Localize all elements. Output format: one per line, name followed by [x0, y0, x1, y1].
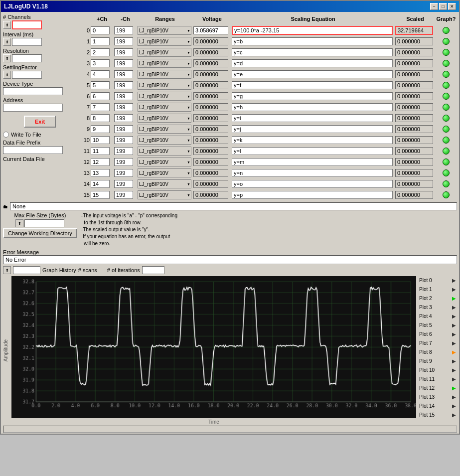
- ch-range-select[interactable]: LJ_rgBIP10V: [138, 158, 191, 166]
- ch-scaling-input[interactable]: [232, 191, 393, 199]
- ch-minus-input[interactable]: [114, 103, 133, 111]
- ch-scaling-input[interactable]: [232, 169, 393, 177]
- minimize-button[interactable]: −: [430, 3, 438, 10]
- graph-led[interactable]: [443, 137, 450, 144]
- ch-minus-input[interactable]: [114, 169, 133, 177]
- ch-plus-input[interactable]: [91, 169, 110, 177]
- resolution-spin[interactable]: ⬆: [3, 54, 11, 62]
- ch-range-select[interactable]: LJ_rgBIP10V: [138, 179, 191, 188]
- ch-minus-input[interactable]: [114, 37, 133, 45]
- ch-range-select[interactable]: LJ_rgBIP10V: [138, 103, 191, 112]
- ch-scaling-input[interactable]: [232, 70, 393, 78]
- ch-scaling-input[interactable]: [232, 81, 393, 89]
- graph-led[interactable]: [443, 82, 450, 89]
- ch-scaling-input[interactable]: [232, 136, 393, 144]
- plot-arrow[interactable]: ▶: [452, 349, 456, 355]
- write-to-file-radio[interactable]: [3, 132, 9, 138]
- ch-scaling-input[interactable]: [232, 180, 393, 188]
- data-prefix-input[interactable]: data: [3, 146, 63, 154]
- ch-minus-input[interactable]: [114, 180, 133, 188]
- graph-led[interactable]: [443, 104, 450, 111]
- ch-scaling-input[interactable]: [232, 48, 393, 56]
- ch-plus-input[interactable]: [91, 147, 110, 155]
- max-file-spin[interactable]: ⬆: [15, 219, 23, 227]
- ch-minus-input[interactable]: [114, 114, 133, 122]
- ch-range-select[interactable]: LJ_rgBIP10V: [138, 125, 191, 134]
- ch-range-select[interactable]: LJ_rgBIP10V: [138, 26, 191, 35]
- ch-plus-input[interactable]: [91, 92, 110, 100]
- ch-range-select[interactable]: LJ_rgBIP10V: [138, 92, 191, 101]
- ch-range-select[interactable]: LJ_rgBIP10V: [138, 168, 191, 177]
- ch-plus-input[interactable]: [91, 125, 110, 133]
- ch-range-select[interactable]: LJ_rgBIP10V: [138, 37, 191, 46]
- iterations-input[interactable]: 75: [142, 266, 164, 274]
- device-type-input[interactable]: LJ_dtU3: [3, 87, 63, 95]
- ch-range-select[interactable]: LJ_rgBIP10V: [138, 147, 191, 156]
- graph-led[interactable]: [443, 71, 450, 78]
- graph-led[interactable]: [443, 148, 450, 155]
- plot-arrow[interactable]: ▶: [452, 278, 456, 283]
- graph-led[interactable]: [443, 126, 450, 133]
- graph-led[interactable]: [443, 115, 450, 122]
- ch-scaling-input[interactable]: [232, 92, 393, 100]
- plot-arrow[interactable]: ▶: [452, 385, 456, 391]
- exit-button[interactable]: Exit: [24, 116, 56, 128]
- ch-plus-input[interactable]: [91, 158, 110, 166]
- plot-arrow[interactable]: ▶: [452, 367, 456, 373]
- maximize-button[interactable]: □: [439, 3, 447, 10]
- ch-plus-input[interactable]: [91, 48, 110, 56]
- channels-spin[interactable]: ⬆: [3, 21, 11, 29]
- plot-arrow[interactable]: ▶: [452, 376, 456, 382]
- interval-input[interactable]: 500: [12, 38, 42, 46]
- ch-range-select[interactable]: LJ_rgBIP10V: [138, 81, 191, 90]
- ch-plus-input[interactable]: [91, 136, 110, 144]
- ch-plus-input[interactable]: [91, 59, 110, 67]
- graph-led[interactable]: [443, 180, 450, 187]
- ch-plus-input[interactable]: [91, 26, 110, 34]
- change-dir-button[interactable]: Change Working Directory: [3, 228, 77, 238]
- graph-led[interactable]: [443, 159, 450, 165]
- ch-plus-input[interactable]: [91, 81, 110, 89]
- ch-minus-input[interactable]: [114, 59, 133, 67]
- graph-history-input[interactable]: 1000: [13, 266, 40, 274]
- plot-arrow[interactable]: ▶: [452, 296, 456, 301]
- channels-input[interactable]: 1: [12, 20, 42, 29]
- resolution-input[interactable]: 0: [12, 54, 42, 62]
- ch-minus-input[interactable]: [114, 147, 133, 155]
- ch-scaling-input[interactable]: [232, 37, 393, 45]
- ch-range-select[interactable]: LJ_rgBIP10V: [138, 48, 191, 57]
- ch-range-select[interactable]: LJ_rgBIP10V: [138, 70, 191, 79]
- ch-minus-input[interactable]: [114, 136, 133, 144]
- graph-led[interactable]: [443, 38, 450, 45]
- ch-minus-input[interactable]: [114, 81, 133, 89]
- plot-arrow[interactable]: ▶: [452, 412, 456, 418]
- plot-arrow[interactable]: ▶: [452, 358, 456, 364]
- plot-arrow[interactable]: ▶: [452, 287, 456, 292]
- plot-arrow[interactable]: ▶: [452, 403, 456, 409]
- ch-minus-input[interactable]: [114, 48, 133, 56]
- ch-scaling-input[interactable]: [232, 26, 393, 35]
- plot-arrow[interactable]: ▶: [452, 322, 456, 328]
- ch-scaling-input[interactable]: [232, 59, 393, 67]
- ch-scaling-input[interactable]: [232, 103, 393, 111]
- ch-scaling-input[interactable]: [232, 158, 393, 166]
- ch-range-select[interactable]: LJ_rgBIP10V: [138, 136, 191, 145]
- ch-plus-input[interactable]: [91, 191, 110, 199]
- settling-spin[interactable]: ⬆: [3, 71, 11, 79]
- ch-range-select[interactable]: LJ_rgBIP10V: [138, 114, 191, 123]
- max-file-input[interactable]: 1048576: [24, 219, 64, 227]
- ch-minus-input[interactable]: [114, 191, 133, 199]
- graph-led[interactable]: [443, 27, 450, 34]
- close-button[interactable]: ✕: [448, 3, 456, 10]
- plot-arrow[interactable]: ▶: [452, 394, 456, 400]
- ch-range-select[interactable]: LJ_rgBIP10V: [138, 59, 191, 68]
- graph-led[interactable]: [443, 93, 450, 100]
- ch-plus-input[interactable]: [91, 70, 110, 78]
- settling-input[interactable]: 0: [12, 71, 42, 79]
- interval-spin[interactable]: ⬆: [3, 38, 11, 46]
- plot-arrow[interactable]: ▶: [452, 314, 456, 319]
- ch-minus-input[interactable]: [114, 158, 133, 166]
- ch-minus-input[interactable]: [114, 125, 133, 133]
- ch-range-select[interactable]: LJ_rgBIP10V: [138, 190, 191, 199]
- ch-plus-input[interactable]: [91, 180, 110, 188]
